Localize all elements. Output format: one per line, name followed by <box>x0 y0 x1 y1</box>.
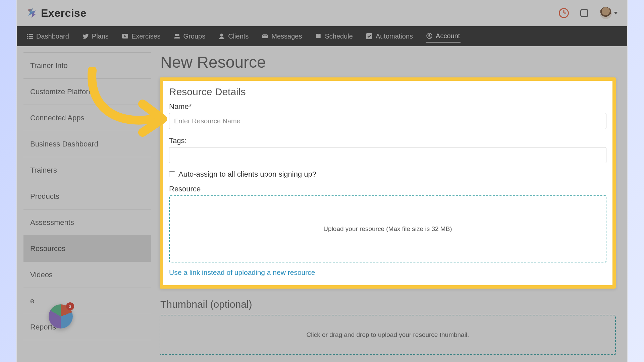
sidebar-item-customize-platform[interactable]: Customize Platform <box>23 79 151 105</box>
nav-groups[interactable]: Groups <box>173 31 206 42</box>
sidebar-item-label: Connected Apps <box>30 114 84 122</box>
profile-menu[interactable] <box>600 7 618 19</box>
section-title: Resource Details <box>169 86 606 98</box>
sidebar-item-label: Resources <box>30 244 65 253</box>
sidebar-item-business-dashboard[interactable]: Business Dashboard <box>23 131 151 157</box>
nav-schedule[interactable]: Schedule <box>315 31 353 42</box>
sidebar-item-label: e <box>30 297 34 305</box>
sidebar-item-label: Trainers <box>30 166 57 175</box>
nav-automations[interactable]: Automations <box>366 31 414 42</box>
dropzone-text: Upload your resource (Max file size is 3… <box>323 225 452 233</box>
thumbnail-upload-dropzone[interactable]: Click or drag and drop to upload your re… <box>160 315 616 355</box>
nav-plans[interactable]: Plans <box>82 31 109 42</box>
auto-assign-label[interactable]: Auto-assign to all clients upon signing … <box>178 170 316 179</box>
user-icon <box>426 33 432 39</box>
resource-name-input[interactable] <box>169 113 606 129</box>
sidebar-item-label: Videos <box>30 270 53 279</box>
sidebar-item-trainer-info[interactable]: Trainer Info <box>23 53 151 79</box>
sidebar-item-partial[interactable]: e <box>23 288 151 314</box>
nav-label: Messages <box>271 33 302 40</box>
svg-rect-5 <box>29 38 33 39</box>
account-sidebar: Trainer Info Customize Platform Connecte… <box>17 46 151 362</box>
sidebar-item-trainers[interactable]: Trainers <box>23 157 151 183</box>
nav-label: Plans <box>92 33 109 40</box>
sidebar-item-videos[interactable]: Videos <box>23 262 151 288</box>
sidebar-item-label: Products <box>30 192 59 201</box>
main-content: New Resource Resource Details Name* Tags… <box>151 46 627 362</box>
tags-label: Tags: <box>169 136 606 145</box>
nav-exercises[interactable]: Exercises <box>121 31 161 42</box>
svg-rect-3 <box>29 36 33 37</box>
bird-icon <box>83 33 89 39</box>
book-icon <box>315 33 321 39</box>
svg-point-14 <box>428 34 430 36</box>
nav-dashboard[interactable]: Dashboard <box>26 31 70 42</box>
name-label: Name* <box>169 102 606 111</box>
nav-label: Dashboard <box>36 33 69 40</box>
people-icon <box>174 33 180 39</box>
nav-messages[interactable]: Messages <box>261 31 303 42</box>
use-link-instead-link[interactable]: Use a link instead of uploading a new re… <box>169 268 315 277</box>
resource-label: Resource <box>169 185 606 193</box>
nav-label: Schedule <box>325 33 353 40</box>
app-frame: Exercise Dashboard Plans Exercises Group… <box>17 0 627 362</box>
thumb-drop-text: Click or drag and drop to upload your re… <box>307 331 469 339</box>
nav-clients[interactable]: Clients <box>218 31 249 42</box>
sidebar-item-label: Customize Platform <box>30 87 95 96</box>
brand-name: Exercise <box>41 7 87 19</box>
list-icon <box>27 33 33 39</box>
svg-rect-4 <box>27 38 28 39</box>
svg-point-9 <box>177 34 179 36</box>
resource-details-card: Resource Details Name* Tags: Auto-assign… <box>160 77 616 289</box>
resource-upload-dropzone[interactable]: Upload your resource (Max file size is 3… <box>169 195 606 262</box>
help-widget-badge: 3 <box>66 302 74 310</box>
sidebar-item-products[interactable]: Products <box>23 183 151 209</box>
sidebar-item-reports[interactable]: Reports <box>23 314 151 340</box>
sidebar-item-connected-apps[interactable]: Connected Apps <box>23 105 151 131</box>
sidebar-item-resources[interactable]: Resources <box>23 236 151 262</box>
nav-label: Automations <box>376 33 413 40</box>
avatar-icon <box>600 7 612 19</box>
auto-assign-checkbox[interactable] <box>169 171 175 177</box>
tags-input[interactable] <box>169 147 606 163</box>
svg-rect-1 <box>29 34 33 35</box>
topbar: Exercise <box>17 0 627 26</box>
mail-icon <box>262 33 268 39</box>
chevron-down-icon <box>614 12 618 14</box>
person-icon <box>219 33 225 39</box>
sidebar-item-label: Trainer Info <box>30 61 68 70</box>
nav-label: Groups <box>183 33 206 40</box>
nav-account[interactable]: Account <box>426 30 461 43</box>
clock-icon[interactable] <box>559 8 569 18</box>
svg-rect-0 <box>27 34 28 35</box>
thumbnail-title: Thumbnail (optional) <box>160 299 616 310</box>
play-icon <box>122 33 128 39</box>
svg-point-10 <box>220 34 223 37</box>
nav-label: Clients <box>228 33 249 40</box>
svg-point-8 <box>175 34 177 36</box>
page-body: Trainer Info Customize Platform Connecte… <box>17 46 627 362</box>
sidebar-item-label: Assessments <box>30 218 74 227</box>
checkbox-icon[interactable] <box>580 9 588 17</box>
logo-icon <box>26 8 37 18</box>
page-title: New Resource <box>160 53 616 71</box>
sidebar-item-label: Business Dashboard <box>30 140 98 148</box>
help-widget[interactable]: 3 <box>49 304 73 328</box>
nav-label: Account <box>436 32 460 40</box>
main-nav: Dashboard Plans Exercises Groups Clients… <box>17 26 627 46</box>
nav-label: Exercises <box>131 33 161 40</box>
svg-rect-2 <box>27 36 28 37</box>
sidebar-item-assessments[interactable]: Assessments <box>23 209 151 236</box>
check-icon <box>366 33 372 39</box>
